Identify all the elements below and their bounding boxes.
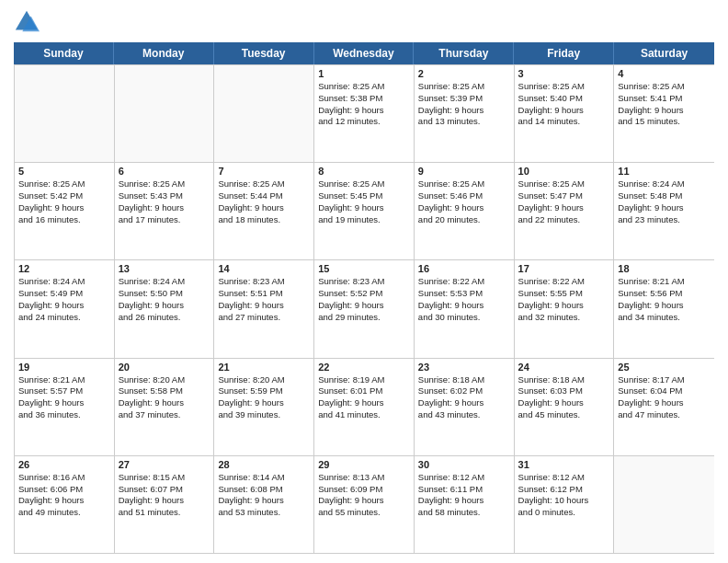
cell-info-line: Sunrise: 8:24 AM xyxy=(18,276,110,288)
calendar-cell: 13Sunrise: 8:24 AMSunset: 5:50 PMDayligh… xyxy=(115,260,215,357)
cell-info-line: Daylight: 9 hours xyxy=(218,397,310,409)
day-number: 7 xyxy=(218,166,310,177)
cell-info-line: Daylight: 9 hours xyxy=(18,300,110,312)
cell-info-line: Daylight: 9 hours xyxy=(119,397,210,409)
cell-info-line: and 32 minutes. xyxy=(518,312,610,324)
day-number: 16 xyxy=(418,263,510,274)
cell-info-line: Sunrise: 8:22 AM xyxy=(518,276,610,288)
calendar-cell: 23Sunrise: 8:18 AMSunset: 6:02 PMDayligh… xyxy=(415,359,515,455)
cell-info-line: Daylight: 9 hours xyxy=(518,300,610,312)
day-number: 22 xyxy=(318,362,410,373)
day-number: 9 xyxy=(418,166,510,177)
cell-info-line: Sunset: 6:03 PM xyxy=(518,385,610,397)
day-number: 3 xyxy=(518,68,610,79)
calendar-cell: 17Sunrise: 8:22 AMSunset: 5:55 PMDayligh… xyxy=(515,260,615,357)
weekday-header: Monday xyxy=(114,42,214,64)
cell-info-line: Daylight: 9 hours xyxy=(218,300,310,312)
day-number: 6 xyxy=(119,166,210,177)
cell-info-line: and 23 minutes. xyxy=(618,214,711,226)
cell-info-line: Sunrise: 8:25 AM xyxy=(518,178,610,190)
calendar-cell: 25Sunrise: 8:17 AMSunset: 6:04 PMDayligh… xyxy=(614,359,714,455)
cell-info-line: and 34 minutes. xyxy=(618,312,711,324)
cell-info-line: Sunrise: 8:24 AM xyxy=(618,178,711,190)
cell-info-line: Daylight: 9 hours xyxy=(418,495,510,507)
calendar-cell: 12Sunrise: 8:24 AMSunset: 5:49 PMDayligh… xyxy=(15,260,115,357)
day-number: 18 xyxy=(618,263,711,274)
day-number: 14 xyxy=(218,263,310,274)
day-number: 13 xyxy=(119,263,210,274)
cell-info-line: Daylight: 9 hours xyxy=(119,202,210,214)
cell-info-line: and 29 minutes. xyxy=(318,312,410,324)
cell-info-line: Daylight: 9 hours xyxy=(418,105,510,117)
cell-info-line: Daylight: 9 hours xyxy=(618,397,711,409)
calendar-cell: 14Sunrise: 8:23 AMSunset: 5:51 PMDayligh… xyxy=(214,260,314,357)
cell-info-line: and 36 minutes. xyxy=(18,409,110,421)
cell-info-line: Daylight: 9 hours xyxy=(618,202,711,214)
cell-info-line: Sunrise: 8:25 AM xyxy=(218,178,310,190)
cell-info-line: Sunset: 6:08 PM xyxy=(218,484,310,496)
cell-info-line: Daylight: 9 hours xyxy=(418,397,510,409)
day-number: 28 xyxy=(218,459,310,470)
calendar-cell: 7Sunrise: 8:25 AMSunset: 5:44 PMDaylight… xyxy=(214,163,314,259)
calendar-body: 1Sunrise: 8:25 AMSunset: 5:38 PMDaylight… xyxy=(14,64,714,554)
day-number: 30 xyxy=(418,459,510,470)
cell-info-line: Sunrise: 8:12 AM xyxy=(418,472,510,484)
cell-info-line: Sunrise: 8:22 AM xyxy=(418,276,510,288)
cell-info-line: and 13 minutes. xyxy=(418,116,510,128)
calendar-cell: 11Sunrise: 8:24 AMSunset: 5:48 PMDayligh… xyxy=(614,163,714,259)
cell-info-line: Sunset: 5:51 PM xyxy=(218,288,310,300)
day-number: 2 xyxy=(418,68,510,79)
calendar-cell xyxy=(614,456,714,553)
cell-info-line: Sunset: 5:47 PM xyxy=(518,190,610,202)
cell-info-line: Sunrise: 8:23 AM xyxy=(318,276,410,288)
day-number: 10 xyxy=(518,166,610,177)
page: SundayMondayTuesdayWednesdayThursdayFrid… xyxy=(0,0,728,563)
cell-info-line: Sunset: 5:39 PM xyxy=(418,93,510,105)
cell-info-line: Sunrise: 8:24 AM xyxy=(119,276,210,288)
cell-info-line: and 37 minutes. xyxy=(119,409,210,421)
calendar-cell xyxy=(115,65,215,162)
calendar-cell: 20Sunrise: 8:20 AMSunset: 5:58 PMDayligh… xyxy=(115,359,215,455)
cell-info-line: Sunset: 5:50 PM xyxy=(119,288,210,300)
cell-info-line: and 22 minutes. xyxy=(518,214,610,226)
day-number: 26 xyxy=(18,459,110,470)
cell-info-line: and 12 minutes. xyxy=(318,116,410,128)
calendar-row: 12Sunrise: 8:24 AMSunset: 5:49 PMDayligh… xyxy=(15,259,714,357)
calendar-header: SundayMondayTuesdayWednesdayThursdayFrid… xyxy=(14,42,714,64)
cell-info-line: Sunrise: 8:12 AM xyxy=(518,472,610,484)
calendar-cell: 27Sunrise: 8:15 AMSunset: 6:07 PMDayligh… xyxy=(115,456,215,553)
cell-info-line: Daylight: 9 hours xyxy=(318,495,410,507)
cell-info-line: Sunset: 5:40 PM xyxy=(518,93,610,105)
cell-info-line: Daylight: 9 hours xyxy=(18,495,110,507)
cell-info-line: Sunrise: 8:25 AM xyxy=(119,178,210,190)
calendar-cell: 18Sunrise: 8:21 AMSunset: 5:56 PMDayligh… xyxy=(614,260,714,357)
calendar-cell: 4Sunrise: 8:25 AMSunset: 5:41 PMDaylight… xyxy=(614,65,714,162)
cell-info-line: Sunset: 6:02 PM xyxy=(418,385,510,397)
cell-info-line: Sunrise: 8:16 AM xyxy=(18,472,110,484)
cell-info-line: and 41 minutes. xyxy=(318,409,410,421)
cell-info-line: Daylight: 9 hours xyxy=(418,202,510,214)
cell-info-line: Sunrise: 8:18 AM xyxy=(518,374,610,386)
cell-info-line: Sunset: 6:11 PM xyxy=(418,484,510,496)
cell-info-line: Sunset: 5:52 PM xyxy=(318,288,410,300)
calendar-row: 5Sunrise: 8:25 AMSunset: 5:42 PMDaylight… xyxy=(15,162,714,259)
cell-info-line: Sunset: 6:09 PM xyxy=(318,484,410,496)
cell-info-line: Sunset: 6:04 PM xyxy=(618,385,711,397)
cell-info-line: and 19 minutes. xyxy=(318,214,410,226)
cell-info-line: and 55 minutes. xyxy=(318,507,410,519)
day-number: 19 xyxy=(18,362,110,373)
calendar-cell: 21Sunrise: 8:20 AMSunset: 5:59 PMDayligh… xyxy=(214,359,314,455)
cell-info-line: and 15 minutes. xyxy=(618,116,711,128)
day-number: 1 xyxy=(318,68,410,79)
cell-info-line: Sunset: 5:59 PM xyxy=(218,385,310,397)
cell-info-line: Sunset: 5:48 PM xyxy=(618,190,711,202)
cell-info-line: Sunset: 6:07 PM xyxy=(119,484,210,496)
cell-info-line: Sunrise: 8:23 AM xyxy=(218,276,310,288)
cell-info-line: Sunset: 5:44 PM xyxy=(218,190,310,202)
cell-info-line: Daylight: 9 hours xyxy=(518,202,610,214)
calendar-cell: 1Sunrise: 8:25 AMSunset: 5:38 PMDaylight… xyxy=(314,65,415,162)
weekday-header: Thursday xyxy=(414,42,514,64)
cell-info-line: and 20 minutes. xyxy=(418,214,510,226)
calendar-cell: 6Sunrise: 8:25 AMSunset: 5:43 PMDaylight… xyxy=(115,163,215,259)
weekday-header: Friday xyxy=(514,42,614,64)
